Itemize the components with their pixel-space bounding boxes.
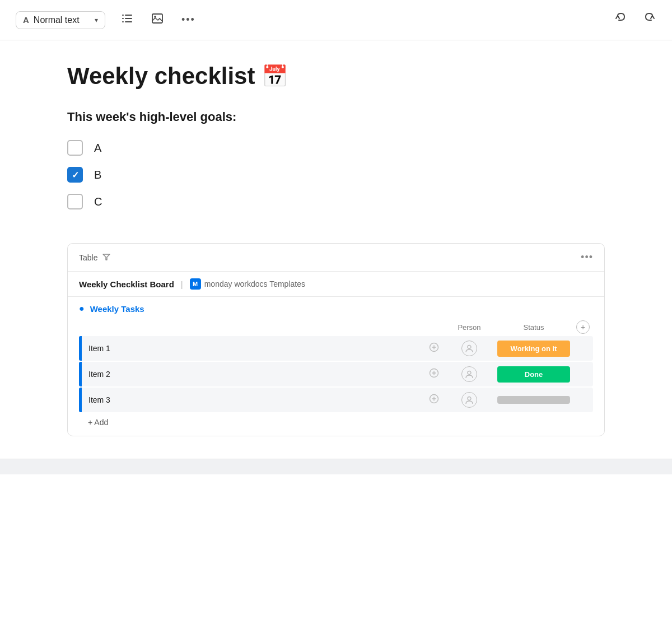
checkbox-a[interactable] <box>67 140 83 156</box>
row-comment-icon[interactable] <box>424 342 444 355</box>
text-style-dropdown[interactable]: A Normal text ▾ <box>16 11 105 29</box>
image-icon[interactable] <box>149 10 166 30</box>
col-status-header: Status <box>494 323 573 332</box>
filter-icon[interactable] <box>102 252 111 263</box>
board-source: M monday workdocs Templates <box>190 278 305 290</box>
group-header: ● Weekly Tasks <box>79 297 593 318</box>
svg-rect-1 <box>125 15 132 16</box>
checklist: A B C <box>67 140 605 209</box>
main-content: Weekly checklist 📅 This week's high-leve… <box>0 40 672 459</box>
toolbar: A Normal text ▾ ••• <box>0 0 672 40</box>
table-label: Table <box>79 253 97 262</box>
row-status-cell[interactable]: Working on it <box>494 341 573 357</box>
svg-rect-3 <box>125 18 132 19</box>
checklist-item-c: C <box>67 194 605 209</box>
monday-icon: M <box>190 278 201 290</box>
board-divider: | <box>181 279 183 289</box>
checklist-label-c: C <box>94 195 102 208</box>
text-format-icon: A <box>23 15 29 25</box>
chevron-down-icon: ▾ <box>95 16 98 24</box>
page-title: Weekly checklist 📅 <box>67 63 605 90</box>
add-column-button[interactable]: + <box>576 320 590 334</box>
row-comment-icon[interactable] <box>424 368 444 380</box>
more-options-icon[interactable]: ••• <box>179 12 198 28</box>
board-source-label: monday workdocs Templates <box>204 279 305 288</box>
table-block-header: Table ••• <box>68 244 604 272</box>
list-icon[interactable] <box>119 10 136 30</box>
board-name: Weekly Checklist Board <box>79 279 174 289</box>
table-columns: Person Status + <box>79 318 593 336</box>
row-status-cell[interactable]: Done <box>494 366 573 383</box>
redo-button[interactable] <box>642 11 656 29</box>
person-avatar <box>461 341 477 356</box>
row-name[interactable]: Item 2 <box>82 370 424 379</box>
status-badge: Working on it <box>497 341 570 357</box>
table-inner: ● Weekly Tasks Person Status + Item 1 <box>68 297 604 436</box>
table-row: Item 2 <box>79 362 593 386</box>
status-badge: Done <box>497 366 570 383</box>
page-title-text: Weekly checklist <box>67 63 255 90</box>
row-person-cell[interactable] <box>444 341 494 356</box>
text-style-label: Normal text <box>34 15 90 25</box>
svg-rect-4 <box>122 21 124 22</box>
row-status-cell[interactable] <box>494 396 573 404</box>
calendar-emoji: 📅 <box>262 64 288 88</box>
svg-point-9 <box>468 346 471 349</box>
svg-rect-0 <box>122 15 124 16</box>
col-person-header: Person <box>444 323 494 332</box>
checkbox-c[interactable] <box>67 194 83 209</box>
checklist-label-b: B <box>94 169 101 181</box>
table-block-more-icon[interactable]: ••• <box>581 251 593 263</box>
row-person-cell[interactable] <box>444 392 494 408</box>
svg-rect-6 <box>152 14 162 23</box>
row-name[interactable]: Item 3 <box>82 395 424 404</box>
row-comment-icon[interactable] <box>424 394 444 406</box>
svg-point-13 <box>468 397 471 400</box>
status-badge <box>497 396 570 404</box>
checkbox-b[interactable] <box>67 167 83 183</box>
col-add-header: + <box>573 320 593 334</box>
checklist-label-a: A <box>94 142 101 155</box>
table-block: Table ••• Weekly Checklist Board | M mon… <box>67 243 605 436</box>
board-title-row: Weekly Checklist Board | M monday workdo… <box>68 272 604 297</box>
person-avatar <box>461 392 477 408</box>
row-name[interactable]: Item 1 <box>82 344 424 353</box>
add-row-label: + Add <box>88 418 108 427</box>
table-rows: Item 1 <box>79 336 593 413</box>
svg-rect-5 <box>125 21 132 22</box>
table-row: Item 3 <box>79 388 593 412</box>
group-name: Weekly Tasks <box>90 304 144 314</box>
add-row-button[interactable]: + Add <box>79 413 593 429</box>
group-toggle-icon[interactable]: ● <box>79 304 85 314</box>
checklist-item-b: B <box>67 167 605 183</box>
person-avatar <box>461 366 477 382</box>
undo-button[interactable] <box>614 11 628 29</box>
section-heading: This week's high-level goals: <box>67 110 605 124</box>
row-person-cell[interactable] <box>444 366 494 382</box>
checklist-item-a: A <box>67 140 605 156</box>
bottom-bar <box>0 459 672 474</box>
table-row: Item 1 <box>79 336 593 361</box>
svg-rect-2 <box>122 18 124 19</box>
svg-point-11 <box>468 371 471 375</box>
